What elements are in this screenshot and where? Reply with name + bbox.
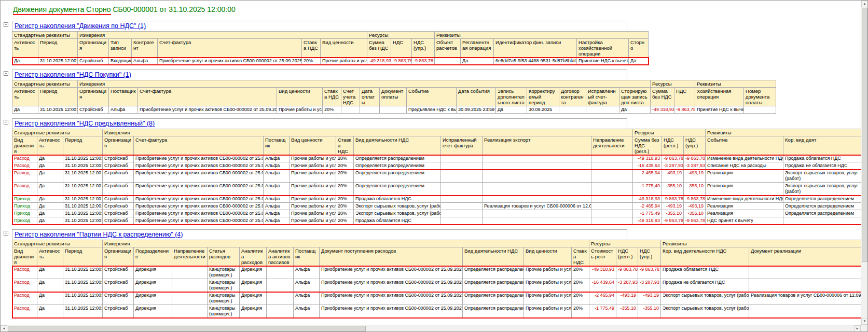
cell[interactable]: -49 318,93 <box>633 217 662 225</box>
cell[interactable]: Экспорт сырьевых товаров, услуг (работ) <box>354 203 441 210</box>
cell[interactable]: Приобретение услуг и прочих активов СБ00… <box>134 203 264 210</box>
cell[interactable]: -493,19 <box>684 170 706 183</box>
cell[interactable]: Альфа <box>264 162 290 170</box>
cell[interactable]: -9 863,78 <box>391 58 412 65</box>
cell[interactable] <box>172 305 208 318</box>
cell[interactable]: -3 287,93 <box>684 162 706 170</box>
cell[interactable]: Продажа облагается НДС <box>661 266 749 279</box>
cell[interactable]: Стройснаб <box>103 155 134 162</box>
cell[interactable]: Приобретение услуг и прочих активов СБ00… <box>320 292 463 305</box>
cell[interactable] <box>441 217 483 225</box>
cell[interactable]: -9 863,78 <box>662 196 684 203</box>
cell[interactable]: Приобретение услуг и прочих активов СБ00… <box>320 266 463 279</box>
cell[interactable] <box>591 170 633 183</box>
cell[interactable]: Альфа <box>264 210 290 217</box>
cell[interactable] <box>360 106 380 114</box>
cell[interactable]: -9 863,78 <box>684 155 706 162</box>
collapse-toggle-icon[interactable]: − <box>4 120 8 125</box>
cell[interactable] <box>441 210 483 217</box>
cell[interactable] <box>559 106 586 114</box>
cell[interactable] <box>483 170 591 183</box>
cell[interactable]: 31.10.2025 12:00:00 <box>63 266 103 279</box>
cell[interactable]: 31.10.2025 12:00:00 <box>63 279 103 292</box>
cell[interactable]: Приобретение услуг и прочих активов СБ00… <box>138 106 277 114</box>
cell[interactable]: -493,19 <box>638 292 661 305</box>
cell[interactable]: -3 287,93 <box>616 279 638 292</box>
cell[interactable]: Приобретение услуг и прочих активов СБ00… <box>134 196 264 203</box>
cell[interactable]: Альфа <box>294 266 320 279</box>
cell[interactable]: Реализация <box>706 170 783 183</box>
cell[interactable] <box>267 266 294 279</box>
cell[interactable]: -9 863,78 <box>662 217 684 225</box>
cell[interactable]: Принятие НДС к вычету <box>577 58 629 65</box>
cell[interactable] <box>483 217 591 225</box>
cell[interactable]: Стройснаб <box>103 196 134 203</box>
cell[interactable] <box>172 279 208 292</box>
cell[interactable]: 20% <box>336 170 354 183</box>
cell[interactable]: Приобретение услуг и прочих активов СБ00… <box>134 210 264 217</box>
cell[interactable]: Продажа не облагается НДС <box>661 279 749 292</box>
cell[interactable]: 31.10.2025 12:00:00 <box>38 58 78 65</box>
cell[interactable]: Прочие работы и услуги <box>290 217 336 225</box>
cell[interactable]: -1 775,49 <box>633 183 662 196</box>
cell[interactable]: Альфа <box>294 292 320 305</box>
cell[interactable]: 31.10.2025 12:00:00 <box>63 162 103 170</box>
cell[interactable]: Реализация товаров и услуг СБ00-000006 о… <box>483 203 591 210</box>
cell[interactable]: Канцтовары (коммерч.) <box>208 266 240 279</box>
register-caption-link[interactable]: Регистр накопления "НДС предъявленный" (… <box>15 120 155 127</box>
cell[interactable]: 30.09.2025 23:59:59 <box>457 106 496 114</box>
cell[interactable]: -493,19 <box>684 203 706 210</box>
cell[interactable] <box>267 279 294 292</box>
cell[interactable]: Дирекция <box>240 292 267 305</box>
cell[interactable]: -49 318,93 <box>367 58 391 65</box>
cell[interactable]: Стройснаб <box>103 217 134 225</box>
cell[interactable]: Стройснаб <box>103 279 134 292</box>
cell[interactable]: Прочие работы и услуги <box>524 279 572 292</box>
register-caption-link[interactable]: Регистр накопления "Движения по НДС" (1) <box>15 22 146 30</box>
cell[interactable]: -49 318,93 <box>633 196 662 203</box>
cell[interactable]: Да <box>37 203 63 210</box>
collapse-toggle-icon[interactable]: − <box>4 71 8 76</box>
cell[interactable]: 31.10.2025 12:00:00 <box>63 155 103 162</box>
cell[interactable]: Альфа <box>264 170 290 183</box>
cell[interactable]: -2 465,94 <box>633 203 662 210</box>
cell[interactable]: Экспорт сырьевых товаров, услуг (работ) <box>661 305 749 318</box>
cell[interactable]: Прочие работы и услуги <box>277 106 323 114</box>
cell[interactable]: Стройснаб <box>103 266 134 279</box>
cell[interactable]: 6e8dd7a5-9f53-4468-9531-5d87b8bfab5b <box>494 58 577 65</box>
cell[interactable]: 31.10.2025 12:00:00 <box>63 217 103 225</box>
cell[interactable]: Расход <box>12 155 37 162</box>
cell[interactable]: Да <box>461 58 494 65</box>
cell[interactable]: Принятие НДС к вычету <box>695 106 744 114</box>
cell[interactable]: 20% <box>336 155 354 162</box>
cell[interactable]: Экспорт сырьевых товаров, услуг (работ) <box>354 210 441 217</box>
cell[interactable]: Да <box>37 266 63 279</box>
cell[interactable]: Прочие работы и услуги <box>290 170 336 183</box>
cell[interactable]: Реализация <box>706 203 783 210</box>
cell[interactable] <box>483 210 591 217</box>
cell[interactable]: Расход <box>12 292 37 305</box>
cell[interactable] <box>267 305 294 318</box>
cell[interactable] <box>749 305 861 318</box>
cell[interactable]: Продажа облагается НДС <box>783 155 861 162</box>
cell[interactable]: Стройснаб <box>103 305 134 318</box>
cell[interactable]: -493,19 <box>662 170 684 183</box>
collapse-toggle-icon[interactable]: − <box>4 231 8 236</box>
cell[interactable]: 31.10.2025 12:00:00 <box>63 210 103 217</box>
cell[interactable]: Да <box>37 183 63 196</box>
cell[interactable]: Альфа <box>264 196 290 203</box>
cell[interactable]: Приобретение услуг и прочих активов СБ00… <box>320 305 463 318</box>
cell[interactable]: Определяется распределением <box>783 196 861 203</box>
cell[interactable]: Дирекция <box>240 279 267 292</box>
cell[interactable]: Определяется распределением <box>463 292 524 305</box>
cell[interactable]: -493,19 <box>662 203 684 210</box>
cell[interactable]: 31.10.2025 12:00:00 <box>63 292 103 305</box>
cell[interactable]: Альфа <box>294 279 320 292</box>
cell[interactable]: -9 863,78 <box>638 266 661 279</box>
cell[interactable] <box>267 292 294 305</box>
cell[interactable]: -355,10 <box>684 210 706 217</box>
cell[interactable]: Стройснаб <box>103 170 134 183</box>
cell[interactable]: Входящий <box>109 58 132 65</box>
horizontal-scroll-thumb[interactable] <box>8 326 366 331</box>
cell[interactable]: Дирекция <box>134 292 172 305</box>
